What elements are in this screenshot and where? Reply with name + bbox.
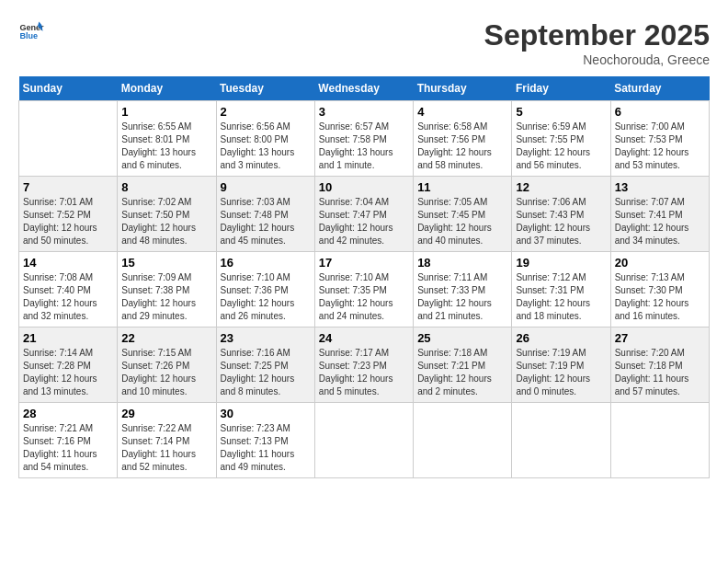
day-number: 21 [23, 331, 113, 345]
day-number: 16 [221, 256, 311, 270]
day-info: Sunrise: 7:18 AMSunset: 7:21 PMDaylight:… [417, 347, 507, 398]
day-info: Sunrise: 7:23 AMSunset: 7:13 PMDaylight:… [221, 422, 311, 474]
day-number: 7 [23, 180, 113, 194]
svg-text:Blue: Blue [19, 31, 38, 40]
day-header-saturday: Saturday [610, 76, 709, 101]
day-info: Sunrise: 7:12 AMSunset: 7:31 PMDaylight:… [516, 271, 606, 323]
day-number: 24 [319, 331, 409, 345]
calendar-cell: 19Sunrise: 7:12 AMSunset: 7:31 PMDayligh… [512, 252, 610, 327]
day-number: 29 [121, 407, 211, 420]
day-number: 20 [615, 256, 705, 270]
calendar-cell: 16Sunrise: 7:10 AMSunset: 7:36 PMDayligh… [216, 252, 314, 327]
day-number: 19 [516, 256, 606, 270]
day-info: Sunrise: 6:56 AMSunset: 8:00 PMDaylight:… [221, 121, 311, 172]
day-number: 18 [417, 256, 507, 270]
calendar-cell [512, 403, 610, 478]
day-number: 11 [417, 180, 507, 194]
day-header-friday: Friday [512, 76, 610, 101]
calendar-cell: 4Sunrise: 6:58 AMSunset: 7:56 PMDaylight… [414, 101, 512, 177]
day-number: 17 [319, 256, 409, 270]
calendar-cell: 22Sunrise: 7:15 AMSunset: 7:26 PMDayligh… [118, 327, 216, 403]
calendar-cell [610, 403, 709, 478]
day-info: Sunrise: 7:11 AMSunset: 7:33 PMDaylight:… [417, 271, 507, 323]
day-info: Sunrise: 7:21 AMSunset: 7:16 PMDaylight:… [23, 422, 113, 474]
calendar-cell: 8Sunrise: 7:02 AMSunset: 7:50 PMDaylight… [118, 177, 216, 252]
day-number: 8 [121, 180, 211, 194]
day-info: Sunrise: 7:10 AMSunset: 7:36 PMDaylight:… [221, 271, 311, 323]
calendar-cell: 1Sunrise: 6:55 AMSunset: 8:01 PMDaylight… [118, 101, 216, 177]
calendar-cell [19, 101, 118, 177]
day-info: Sunrise: 7:07 AMSunset: 7:41 PMDaylight:… [615, 196, 705, 247]
week-row-3: 14Sunrise: 7:08 AMSunset: 7:40 PMDayligh… [19, 252, 710, 327]
calendar-cell: 26Sunrise: 7:19 AMSunset: 7:19 PMDayligh… [512, 327, 610, 403]
day-number: 3 [319, 105, 409, 119]
day-header-sunday: Sunday [19, 76, 118, 101]
calendar-cell: 20Sunrise: 7:13 AMSunset: 7:30 PMDayligh… [610, 252, 709, 327]
day-number: 5 [516, 105, 606, 119]
calendar-cell: 9Sunrise: 7:03 AMSunset: 7:48 PMDaylight… [216, 177, 314, 252]
calendar-cell: 18Sunrise: 7:11 AMSunset: 7:33 PMDayligh… [414, 252, 512, 327]
day-info: Sunrise: 7:16 AMSunset: 7:25 PMDaylight:… [221, 347, 311, 398]
day-info: Sunrise: 7:19 AMSunset: 7:19 PMDaylight:… [516, 347, 606, 398]
calendar-cell: 23Sunrise: 7:16 AMSunset: 7:25 PMDayligh… [216, 327, 314, 403]
calendar-cell: 3Sunrise: 6:57 AMSunset: 7:58 PMDaylight… [314, 101, 413, 177]
week-row-5: 28Sunrise: 7:21 AMSunset: 7:16 PMDayligh… [19, 403, 710, 478]
calendar-cell: 5Sunrise: 6:59 AMSunset: 7:55 PMDaylight… [512, 101, 610, 177]
day-number: 1 [121, 105, 211, 119]
calendar-cell: 17Sunrise: 7:10 AMSunset: 7:35 PMDayligh… [314, 252, 413, 327]
day-number: 15 [121, 256, 211, 270]
week-row-1: 1Sunrise: 6:55 AMSunset: 8:01 PMDaylight… [19, 101, 710, 177]
page-header: General Blue September 2025 Neochorouda,… [18, 18, 710, 67]
day-info: Sunrise: 7:13 AMSunset: 7:30 PMDaylight:… [615, 271, 705, 323]
calendar-table: SundayMondayTuesdayWednesdayThursdayFrid… [18, 76, 710, 478]
day-number: 13 [615, 180, 705, 194]
day-number: 4 [417, 105, 507, 119]
day-info: Sunrise: 7:03 AMSunset: 7:48 PMDaylight:… [221, 196, 311, 247]
day-info: Sunrise: 7:20 AMSunset: 7:18 PMDaylight:… [615, 347, 705, 398]
day-number: 6 [615, 105, 705, 119]
day-header-tuesday: Tuesday [216, 76, 314, 101]
week-row-4: 21Sunrise: 7:14 AMSunset: 7:28 PMDayligh… [19, 327, 710, 403]
calendar-cell: 28Sunrise: 7:21 AMSunset: 7:16 PMDayligh… [19, 403, 118, 478]
day-header-thursday: Thursday [414, 76, 512, 101]
day-info: Sunrise: 7:08 AMSunset: 7:40 PMDaylight:… [23, 271, 113, 323]
day-number: 10 [319, 180, 409, 194]
day-info: Sunrise: 7:09 AMSunset: 7:38 PMDaylight:… [121, 271, 211, 323]
week-row-2: 7Sunrise: 7:01 AMSunset: 7:52 PMDaylight… [19, 177, 710, 252]
day-info: Sunrise: 6:59 AMSunset: 7:55 PMDaylight:… [516, 121, 606, 172]
calendar-cell: 25Sunrise: 7:18 AMSunset: 7:21 PMDayligh… [414, 327, 512, 403]
calendar-cell: 27Sunrise: 7:20 AMSunset: 7:18 PMDayligh… [610, 327, 709, 403]
day-number: 27 [615, 331, 705, 345]
day-info: Sunrise: 7:17 AMSunset: 7:23 PMDaylight:… [319, 347, 409, 398]
month-title: September 2025 [484, 18, 710, 52]
logo-icon: General Blue [18, 18, 44, 44]
day-info: Sunrise: 7:05 AMSunset: 7:45 PMDaylight:… [417, 196, 507, 247]
day-info: Sunrise: 7:04 AMSunset: 7:47 PMDaylight:… [319, 196, 409, 247]
calendar-cell: 11Sunrise: 7:05 AMSunset: 7:45 PMDayligh… [414, 177, 512, 252]
calendar-cell: 6Sunrise: 7:00 AMSunset: 7:53 PMDaylight… [610, 101, 709, 177]
day-number: 30 [221, 407, 311, 420]
day-header-monday: Monday [118, 76, 216, 101]
calendar-cell: 24Sunrise: 7:17 AMSunset: 7:23 PMDayligh… [314, 327, 413, 403]
calendar-cell: 7Sunrise: 7:01 AMSunset: 7:52 PMDaylight… [19, 177, 118, 252]
day-info: Sunrise: 7:15 AMSunset: 7:26 PMDaylight:… [121, 347, 211, 398]
day-info: Sunrise: 7:22 AMSunset: 7:14 PMDaylight:… [121, 422, 211, 474]
calendar-cell [314, 403, 413, 478]
day-info: Sunrise: 6:58 AMSunset: 7:56 PMDaylight:… [417, 121, 507, 172]
day-number: 22 [121, 331, 211, 345]
day-info: Sunrise: 7:02 AMSunset: 7:50 PMDaylight:… [121, 196, 211, 247]
calendar-cell: 12Sunrise: 7:06 AMSunset: 7:43 PMDayligh… [512, 177, 610, 252]
day-number: 2 [221, 105, 311, 119]
calendar-cell: 29Sunrise: 7:22 AMSunset: 7:14 PMDayligh… [118, 403, 216, 478]
day-header-wednesday: Wednesday [314, 76, 413, 101]
day-info: Sunrise: 7:00 AMSunset: 7:53 PMDaylight:… [615, 121, 705, 172]
day-info: Sunrise: 7:14 AMSunset: 7:28 PMDaylight:… [23, 347, 113, 398]
location: Neochorouda, Greece [484, 52, 710, 67]
calendar-cell: 2Sunrise: 6:56 AMSunset: 8:00 PMDaylight… [216, 101, 314, 177]
day-number: 23 [221, 331, 311, 345]
day-info: Sunrise: 7:06 AMSunset: 7:43 PMDaylight:… [516, 196, 606, 247]
calendar-cell: 14Sunrise: 7:08 AMSunset: 7:40 PMDayligh… [19, 252, 118, 327]
day-number: 14 [23, 256, 113, 270]
day-number: 25 [417, 331, 507, 345]
day-number: 26 [516, 331, 606, 345]
